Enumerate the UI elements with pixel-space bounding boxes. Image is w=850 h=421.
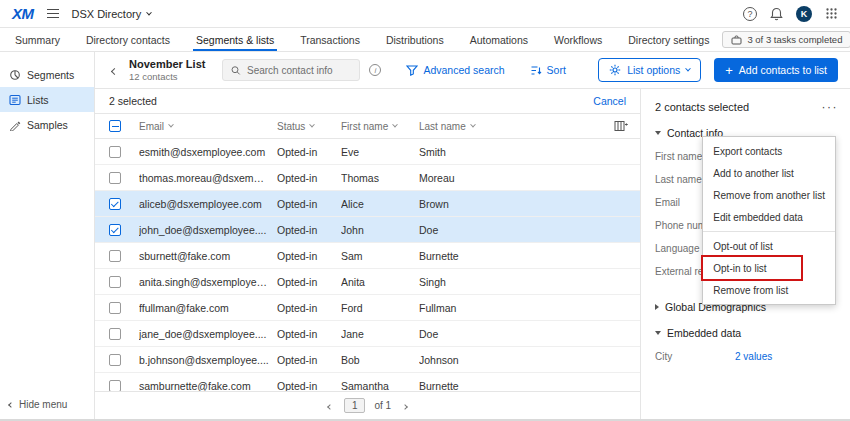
column-header-last-name[interactable]: Last name [419, 121, 529, 132]
cell-email: aliceb@dsxemployee.com [139, 198, 277, 210]
cancel-selection-link[interactable]: Cancel [593, 95, 626, 107]
cell-last-name: Fullman [419, 302, 529, 314]
help-icon[interactable]: ? [743, 7, 757, 21]
hamburger-menu-icon[interactable] [45, 7, 61, 21]
cell-status: Opted-in [277, 172, 341, 184]
hide-menu-button[interactable]: Hide menu [0, 393, 94, 419]
menu-item-remove-from-list[interactable]: Remove from list [703, 279, 835, 301]
cell-last-name: Smith [419, 146, 529, 158]
add-contacts-to-list-button[interactable]: + Add contacts to list [714, 58, 838, 82]
cell-last-name: Brown [419, 198, 529, 210]
menu-item-edit-embedded-data[interactable]: Edit embedded data [703, 206, 835, 228]
city-values-link[interactable]: 2 values [735, 351, 772, 362]
current-page[interactable]: 1 [344, 398, 366, 413]
previous-page-icon[interactable] [325, 397, 335, 414]
tab-automations[interactable]: Automations [457, 28, 541, 51]
contact-details-panel: 2 contacts selected ··· Contact info Fir… [640, 89, 850, 419]
list-options-button[interactable]: List options [598, 58, 701, 82]
table-row[interactable]: aliceb@dsxemployee.com Opted-in Alice Br… [95, 191, 640, 217]
column-header-email[interactable]: Email [139, 121, 277, 132]
column-picker-icon[interactable] [614, 120, 628, 132]
selection-bar: 2 selected Cancel [95, 89, 640, 113]
row-checkbox[interactable] [109, 276, 121, 288]
column-header-status[interactable]: Status [277, 121, 341, 132]
tab-directory-settings[interactable]: Directory settings [615, 28, 722, 51]
cell-email: jane_doe@dsxemployee.... [139, 328, 277, 340]
chevron-down-icon [392, 122, 398, 128]
list-options-label: List options [627, 64, 680, 76]
row-checkbox[interactable] [109, 380, 121, 392]
chevron-down-icon [470, 122, 476, 128]
back-button[interactable] [109, 61, 120, 79]
list-title: November List [129, 58, 205, 71]
cell-last-name: Doe [419, 328, 529, 340]
sidebar-item-samples[interactable]: Samples [0, 112, 94, 137]
table-row[interactable]: ffullman@fake.com Opted-in Ford Fullman [95, 295, 640, 321]
table-row[interactable]: esmith@dsxemployee.com Opted-in Eve Smit… [95, 139, 640, 165]
panel-title: 2 contacts selected [655, 101, 749, 113]
tasks-progress-badge[interactable]: 3 of 3 tasks completed [722, 31, 850, 48]
menu-item-opt-in-to-list[interactable]: Opt-in to list [703, 257, 835, 279]
cell-first-name: Sam [341, 250, 419, 262]
table-row[interactable]: sburnett@fake.com Opted-in Sam Burnette [95, 243, 640, 269]
directory-name: DSX Directory [72, 8, 142, 20]
search-box[interactable] [222, 59, 360, 81]
sort-label: Sort [547, 64, 566, 76]
cell-first-name: John [341, 224, 419, 236]
cell-email: esmith@dsxemployee.com [139, 146, 277, 158]
row-checkbox[interactable] [109, 224, 121, 236]
cell-status: Opted-in [277, 302, 341, 314]
table-row[interactable]: thomas.moreau@dsxempl... Opted-in Thomas… [95, 165, 640, 191]
tab-transactions[interactable]: Transactions [287, 28, 373, 51]
table-row[interactable]: b.johnson@dsxemployee.... Opted-in Bob J… [95, 347, 640, 373]
table-row[interactable]: anita.singh@dsxemployee... Opted-in Anit… [95, 269, 640, 295]
search-icon [231, 65, 241, 76]
table-row[interactable]: jane_doe@dsxemployee.... Opted-in Jane D… [95, 321, 640, 347]
menu-item-export-contacts[interactable]: Export contacts [703, 140, 835, 162]
menu-item-opt-out-of-list[interactable]: Opt-out of list [703, 235, 835, 257]
tab-summary[interactable]: Summary [2, 28, 73, 51]
row-checkbox[interactable] [109, 198, 121, 210]
sort-icon [530, 65, 542, 76]
sort-button[interactable]: Sort [530, 64, 566, 76]
menu-item-add-to-another-list[interactable]: Add to another list [703, 162, 835, 184]
row-checkbox[interactable] [109, 302, 121, 314]
cell-first-name: Ford [341, 302, 419, 314]
list-toolbar: November List 12 contacts i Advanced sea… [95, 52, 850, 88]
directory-switcher[interactable]: DSX Directory [72, 8, 152, 20]
table-row[interactable]: john_doe@dsxemployee.... Opted-in John D… [95, 217, 640, 243]
tab-workflows[interactable]: Workflows [541, 28, 615, 51]
info-icon[interactable]: i [369, 64, 381, 76]
row-checkbox[interactable] [109, 250, 121, 262]
next-page-icon[interactable] [400, 397, 410, 414]
row-checkbox[interactable] [109, 172, 121, 184]
chevron-left-icon [8, 402, 14, 408]
cell-first-name: Bob [341, 354, 419, 366]
notifications-bell-icon[interactable] [770, 7, 783, 21]
cell-email: anita.singh@dsxemployee... [139, 276, 277, 288]
advanced-search-button[interactable]: Advanced search [406, 64, 504, 76]
avatar[interactable]: K [796, 6, 812, 22]
sidebar-item-segments[interactable]: Segments [0, 62, 94, 87]
xm-logo[interactable]: XM [12, 5, 34, 22]
row-checkbox[interactable] [109, 354, 121, 366]
sidebar-item-lists[interactable]: Lists [0, 87, 94, 112]
hide-menu-label: Hide menu [19, 399, 67, 410]
app-grid-icon[interactable] [825, 7, 838, 20]
tab-segments-and-lists[interactable]: Segments & lists [183, 28, 287, 51]
select-all-checkbox[interactable] [109, 120, 121, 132]
row-checkbox[interactable] [109, 328, 121, 340]
search-input[interactable] [247, 65, 351, 76]
column-header-first-name[interactable]: First name [341, 121, 419, 132]
tab-distributions[interactable]: Distributions [373, 28, 457, 51]
section-embedded-data[interactable]: Embedded data [655, 327, 838, 339]
menu-item-remove-from-another-list[interactable]: Remove from another list [703, 184, 835, 206]
cell-first-name: Eve [341, 146, 419, 158]
more-options-icon[interactable]: ··· [822, 101, 839, 113]
contacts-table-region: 2 selected Cancel Email Status First nam… [95, 89, 640, 419]
row-checkbox[interactable] [109, 146, 121, 158]
tab-directory-contacts[interactable]: Directory contacts [73, 28, 183, 51]
table-row[interactable]: samburnette@fake.com Opted-in Samantha B… [95, 373, 640, 391]
chevron-left-icon [111, 68, 118, 75]
tasks-badge-label: 3 of 3 tasks completed [747, 34, 842, 45]
